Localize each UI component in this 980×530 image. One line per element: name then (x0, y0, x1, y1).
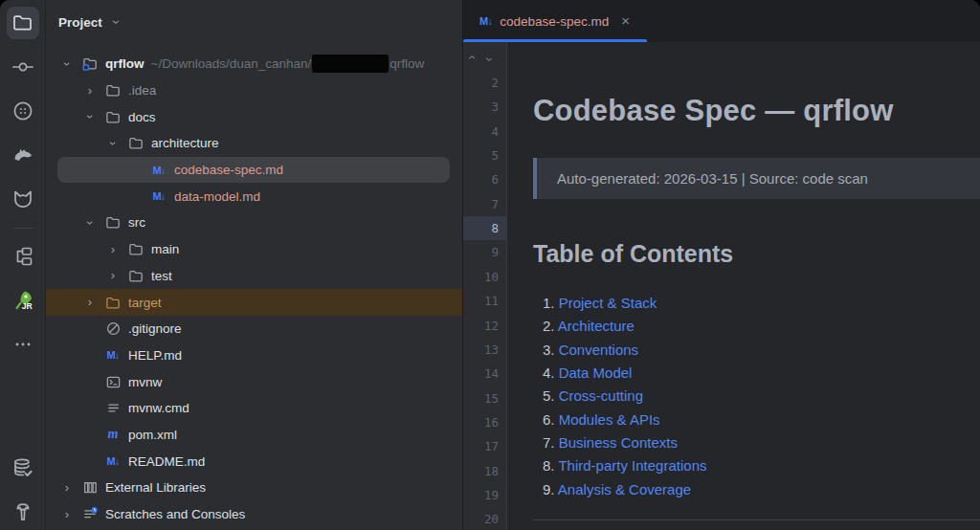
tree-item-label: docs (128, 110, 156, 124)
commit-icon (11, 55, 34, 78)
folder-icon (127, 241, 145, 258)
toc-link-project-stack[interactable]: Project & Stack (559, 295, 657, 311)
project-tool-button[interactable] (7, 7, 39, 39)
commit-tool-button[interactable] (7, 51, 39, 83)
more-tool-windows-button[interactable] (7, 328, 39, 361)
tree-item-architecture[interactable]: ›architecture (46, 130, 462, 157)
project-panel-header[interactable]: Project › (46, 0, 462, 44)
line-number-8: 8 (491, 216, 499, 240)
chevron-collapsed-icon[interactable]: › (59, 481, 75, 495)
tree-item-mvnw[interactable]: mvnw (46, 368, 462, 395)
tree-item-codebase-spec-md[interactable]: M↓codebase-spec.md (57, 157, 450, 184)
toc-link-data-model[interactable]: Data Model (559, 364, 633, 381)
tree-item-target[interactable]: ›target (46, 289, 462, 316)
toc-item-number: 3. (543, 342, 559, 358)
chevron-expanded-icon[interactable]: › (106, 136, 120, 151)
line-number-14: 14 (484, 362, 499, 386)
toc-link-business-contexts[interactable]: Business Contexts (559, 434, 678, 451)
tool-window-strip-bottom (7, 440, 39, 530)
editor-main: › › 234567891011121314151617181920 Codeb… (463, 42, 980, 530)
close-icon[interactable]: × (621, 14, 630, 28)
chevron-collapsed-icon[interactable]: › (82, 296, 98, 309)
toc-list: 1. Project & Stack2. Architecture3. Conv… (543, 292, 706, 501)
line-number-12: 12 (484, 314, 499, 338)
toc-item-number: 6. (543, 411, 559, 428)
folder-icon (127, 267, 145, 284)
tree-item-label: architecture (151, 136, 219, 150)
chevron-collapsed-icon[interactable]: › (59, 508, 75, 521)
database-tool-button[interactable] (7, 452, 39, 484)
markdown-file-icon: M↓ (150, 188, 167, 205)
scratches-icon (81, 506, 99, 523)
plugin-button-circle[interactable] (7, 95, 39, 127)
plugin-fox[interactable] (7, 183, 39, 215)
chevron-collapsed-icon[interactable]: › (105, 269, 121, 282)
tree-item-label: test (151, 269, 172, 283)
tree-item-pom-xml[interactable]: mpom.xml (46, 422, 462, 449)
tree-item-docs[interactable]: ›docs (46, 103, 462, 130)
structure-icon (11, 245, 34, 268)
toc-link-conventions[interactable]: Conventions (559, 342, 638, 358)
shell-icon (104, 373, 122, 390)
tree-item-external-libraries[interactable]: ›External Libraries (46, 475, 462, 501)
ignored-icon (104, 320, 122, 338)
toc-link-third-party-integrations[interactable]: Third-party Integrations (558, 457, 706, 474)
chevron-down-icon[interactable]: › (109, 15, 122, 29)
tree-item-label: target (128, 296, 162, 310)
plugin-horse[interactable] (7, 139, 39, 171)
tab-codebase-spec[interactable]: M↓ codebase-spec.md × (463, 0, 647, 42)
chevron-up-icon[interactable]: › (465, 51, 479, 64)
tree-item-main[interactable]: ›main (46, 236, 462, 263)
toc-link-cross-cutting[interactable]: Cross-cutting (559, 387, 643, 404)
chevron-expanded-icon[interactable]: › (83, 109, 97, 124)
folder-icon (104, 108, 122, 125)
project-path-suffix: qrflow (390, 56, 424, 71)
line-number-3: 3 (491, 95, 499, 119)
tree-item-data-model-md[interactable]: M↓data-model.md (46, 183, 462, 210)
tree-item-label: mvnw.cmd (128, 401, 189, 415)
tree-item-readme-md[interactable]: M↓README.md (46, 448, 462, 475)
toc-link-modules-apis[interactable]: Modules & APIs (559, 411, 660, 428)
rocket-jr-icon: JR (11, 289, 34, 312)
toc-link-analysis-coverage[interactable]: Analysis & Coverage (558, 481, 691, 497)
chevron-down-icon[interactable]: › (482, 53, 496, 66)
project-folder-icon (81, 55, 99, 73)
text-file-icon (104, 400, 122, 417)
tree-item-label: .idea (128, 83, 156, 98)
build-tool-button[interactable] (7, 496, 39, 528)
tree-item-scratches-and-consoles[interactable]: ›Scratches and Consoles (46, 501, 462, 528)
toc-link-architecture[interactable]: Architecture (558, 318, 635, 334)
folder-icon (104, 82, 122, 99)
chevron-expanded-icon[interactable]: › (60, 56, 74, 72)
tree-item-label: .gitignore (128, 321, 182, 336)
editor-tab-bar: M↓ codebase-spec.md × (463, 0, 980, 42)
tree-item-test[interactable]: ›test (46, 263, 462, 290)
line-number-18: 18 (484, 459, 499, 483)
chevron-collapsed-icon[interactable]: › (82, 84, 98, 98)
toc-item-number: 4. (543, 364, 559, 381)
tree-item-help-md[interactable]: M↓HELP.md (46, 342, 462, 369)
folder-icon (127, 135, 145, 152)
blockquote-text: Auto-generated: 2026-03-15 | Source: cod… (557, 170, 868, 187)
tree-item-src[interactable]: ›src (46, 210, 462, 236)
tree-item-mvnw-cmd[interactable]: mvnw.cmd (46, 395, 462, 422)
markdown-file-icon: M↓ (150, 162, 167, 179)
tree-item-idea[interactable]: ›.idea (46, 77, 462, 104)
chevron-collapsed-icon[interactable]: › (105, 243, 121, 256)
horizontal-rule (533, 519, 980, 520)
tree-item-label: src (128, 215, 145, 230)
chevron-expanded-icon[interactable]: › (83, 215, 97, 231)
tree-item-label: main (151, 242, 179, 256)
maven-icon: m (104, 426, 122, 443)
tree-item-label: README.md (128, 454, 205, 469)
tree-item-label: codebase-spec.md (174, 163, 283, 177)
structure-tool-button[interactable] (7, 240, 39, 273)
tree-item-gitignore[interactable]: .gitignore (46, 316, 462, 342)
toc-item-number: 9. (543, 481, 558, 497)
markdown-file-icon: M↓ (104, 453, 122, 470)
svg-text:JR: JR (21, 301, 32, 311)
jrebel-tool-button[interactable]: JR (7, 284, 39, 317)
doc-title: Codebase Spec — qrflow (533, 94, 893, 128)
tree-item-qrflow[interactable]: ›qrflow~/Downloads/duan_canhan/qrflow (46, 51, 462, 77)
line-number-13: 13 (484, 338, 499, 362)
